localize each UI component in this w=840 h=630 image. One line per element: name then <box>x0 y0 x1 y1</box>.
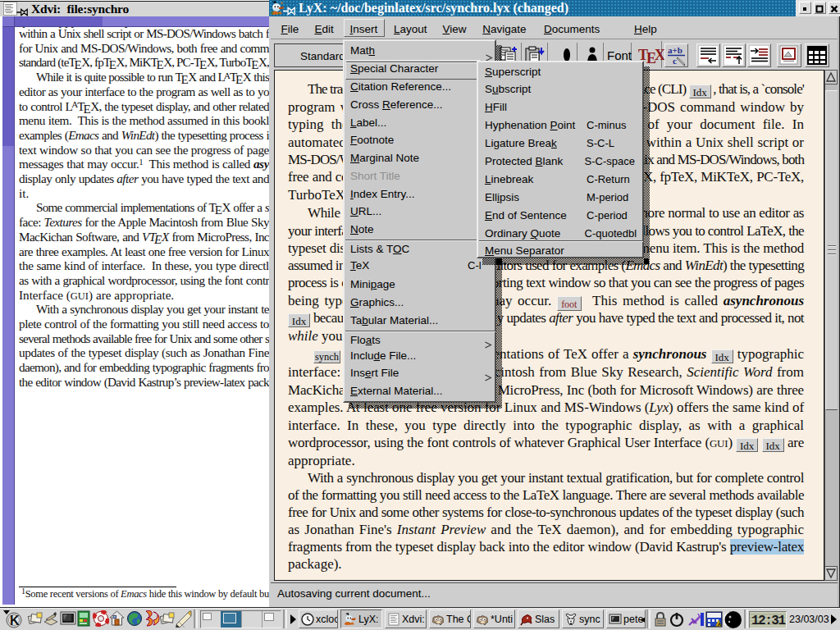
svg-text:c: c <box>673 56 677 66</box>
svg-text:K: K <box>10 614 20 628</box>
svg-text:A: A <box>718 622 722 627</box>
svg-text:a+b: a+b <box>668 45 682 55</box>
